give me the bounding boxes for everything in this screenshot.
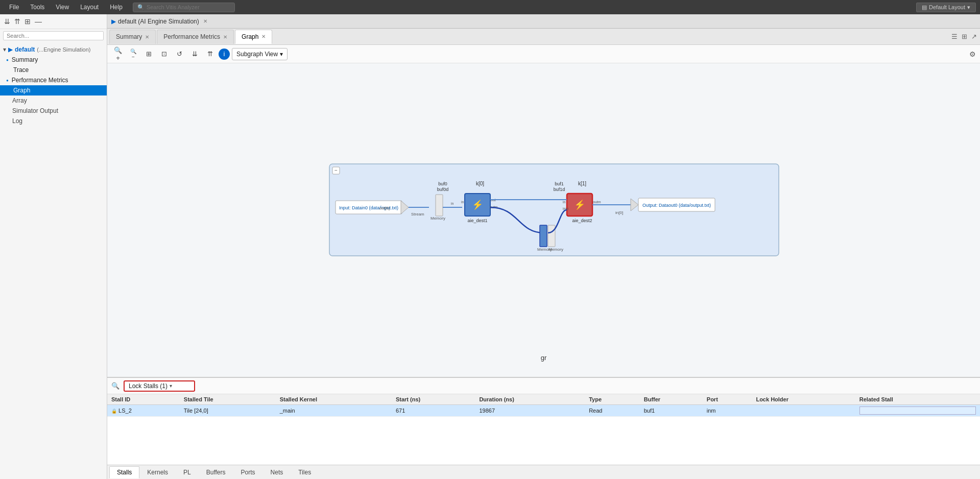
zoom-out-btn[interactable]: 🔍− [127,48,140,60]
sidebar-item-performance-metrics[interactable]: ● Performance Metrics [0,75,107,85]
file-tab-close[interactable]: ✕ [203,18,207,24]
svg-text:in: in [451,202,454,205]
sidebar-item-trace[interactable]: Trace [0,65,107,75]
collapse-all-btn[interactable]: ⇊ [188,48,201,60]
cell-stalled-kernel: _main [276,405,392,417]
tab-perf-close[interactable]: ✕ [223,34,227,40]
sidebar-item-simulator-output[interactable]: Simulator Output [0,106,107,116]
lock-icon: 🔒 [111,409,117,414]
chevron-down-icon: ▾ [280,51,283,58]
cell-lock-holder [752,405,855,417]
sidebar-item-log[interactable]: Log [0,116,107,126]
bottom-panel: 🔍 Lock Stalls (1) ▾ Stall ID Stalled Til… [107,377,980,479]
tab-layout-list-btn[interactable]: ☰ [950,32,959,41]
sidebar-layout-btn[interactable]: ⊞ [23,16,32,27]
svg-text:Output: Dataout0 (data/output.: Output: Dataout0 (data/output.txt) [642,203,710,208]
menu-tools[interactable]: Tools [25,3,50,12]
sidebar-item-label: Log [12,117,22,125]
stall-filter-dropdown[interactable]: Lock Stalls (1) ▾ [124,380,195,392]
svg-text:Memory: Memory [548,247,563,252]
tab-graph-close[interactable]: ✕ [261,34,266,39]
tree-root-arrow-icon: ▶ [8,46,13,53]
col-port: Port [703,394,752,405]
file-tab-icon: ▶ [111,18,116,25]
table-row[interactable]: 🔒 LS_2 Tile [24,0] _main 671 19867 Read … [107,405,980,417]
sidebar-expand-btn[interactable]: ⇈ [13,16,21,27]
sidebar-min-btn[interactable]: — [34,16,43,27]
tab-performance-metrics[interactable]: Performance Metrics ✕ [157,30,234,44]
menu-layout[interactable]: Layout [75,3,104,12]
file-tab-label: default (AI Engine Simulation) [118,18,199,25]
dot-icon: ● [6,58,9,62]
graph-settings-btn[interactable]: ⚙ [969,50,976,58]
tree-root-expand-icon: ▾ [3,46,6,53]
svg-text:Memory: Memory [431,216,445,221]
menu-view[interactable]: View [51,3,74,12]
svg-text:⚡: ⚡ [472,199,484,210]
zoom-in-btn[interactable]: 🔍+ [111,48,125,60]
expand-all-btn[interactable]: ⇈ [203,48,217,60]
bottom-tab-pl[interactable]: PL [176,466,199,478]
svg-text:outm: outm [593,200,601,204]
sidebar-item-label: Simulator Output [12,107,58,114]
sidebar-item-summary[interactable]: ● Summary [0,55,107,65]
subgraph-view-label: Subgraph View [236,51,278,58]
gear-icon: ⚙ [969,50,976,58]
col-buffer: Buffer [640,394,703,405]
bottom-tabs: Stalls Kernels PL Buffers Ports Nets Til… [107,465,980,479]
stall-table: Stall ID Stalled Tile Stalled Kernel Sta… [107,394,980,465]
bottom-tab-ports[interactable]: Ports [233,466,263,478]
svg-text:Stream: Stream [411,212,424,217]
svg-text:buf1d: buf1d [553,187,565,192]
bottom-tab-kernels[interactable]: Kernels [139,466,176,478]
menu-help[interactable]: Help [105,3,128,12]
bottom-tab-stalls[interactable]: Stalls [109,466,139,478]
bottom-tab-nets[interactable]: Nets [263,466,291,478]
search-input[interactable] [147,4,228,10]
graph-toolbar: 🔍+ 🔍− ⊞ ⊡ ↺ ⇊ ⇈ i Subgraph View ▾ ⚙ [107,45,980,63]
menu-file[interactable]: File [4,3,24,12]
col-duration-ns: Duration (ns) [475,394,585,405]
sidebar-item-graph[interactable]: Graph [0,85,107,95]
col-stall-id: Stall ID [107,394,180,405]
tab-graph[interactable]: Graph ✕ [235,30,272,44]
tree-root-label: default [15,46,35,53]
tab-summary[interactable]: Summary ✕ [109,30,156,44]
tab-popout-btn[interactable]: ↗ [970,32,978,41]
col-related-stall: Related Stall [855,394,980,405]
fit-btn[interactable]: ⊞ [142,48,155,60]
default-layout-button[interactable]: ▤ Default Layout ▾ [916,3,976,12]
col-stalled-tile: Stalled Tile [180,394,276,405]
graph-canvas[interactable]: − Input: Datain0 (data/input.txt) out[0]… [107,63,980,377]
search-bar[interactable]: 🔍 [133,3,235,12]
bottom-tab-tiles[interactable]: Tiles [291,466,319,478]
main-layout: ⇊ ⇈ ⊞ — ▾ ▶ default (...Engine Simulatio… [0,14,980,479]
sidebar-search-input[interactable] [3,31,104,40]
svg-text:k[0]: k[0] [475,181,484,186]
subgraph-view-dropdown[interactable]: Subgraph View ▾ [232,48,288,60]
svg-text:−: − [334,167,338,173]
default-layout-label: Default Layout [929,4,965,10]
refresh-btn[interactable]: ↺ [173,48,186,60]
dot-icon: ● [6,78,9,83]
sidebar-collapse-btn[interactable]: ⇊ [3,16,11,27]
svg-text:in: in [563,200,566,204]
info-btn[interactable]: i [219,49,230,60]
expand-btn[interactable]: ⊡ [157,48,171,60]
bottom-toolbar: 🔍 Lock Stalls (1) ▾ [107,378,980,394]
sidebar-root-item[interactable]: ▾ ▶ default (...Engine Simulation) [0,44,107,55]
chevron-down-icon: ▾ [170,383,172,389]
bottom-search-icon[interactable]: 🔍 [111,382,119,390]
file-tabbar: ▶ default (AI Engine Simulation) ✕ [107,14,980,29]
sidebar-item-label: Graph [13,87,30,94]
graph-and-bottom: − Input: Datain0 (data/input.txt) out[0]… [107,63,980,479]
tab-summary-close[interactable]: ✕ [145,34,149,40]
sidebar-toolbar: ⇊ ⇈ ⊞ — [0,14,107,29]
stall-id-value: LS_2 [118,408,132,414]
tab-layout-grid-btn[interactable]: ⊞ [961,32,968,41]
table-header-row: Stall ID Stalled Tile Stalled Kernel Sta… [107,394,980,405]
sidebar-item-array[interactable]: Array [0,95,107,106]
tree-root-sub-label: (...Engine Simulation) [37,46,90,53]
layout-icon: ▤ [922,4,927,11]
bottom-tab-buffers[interactable]: Buffers [199,466,233,478]
